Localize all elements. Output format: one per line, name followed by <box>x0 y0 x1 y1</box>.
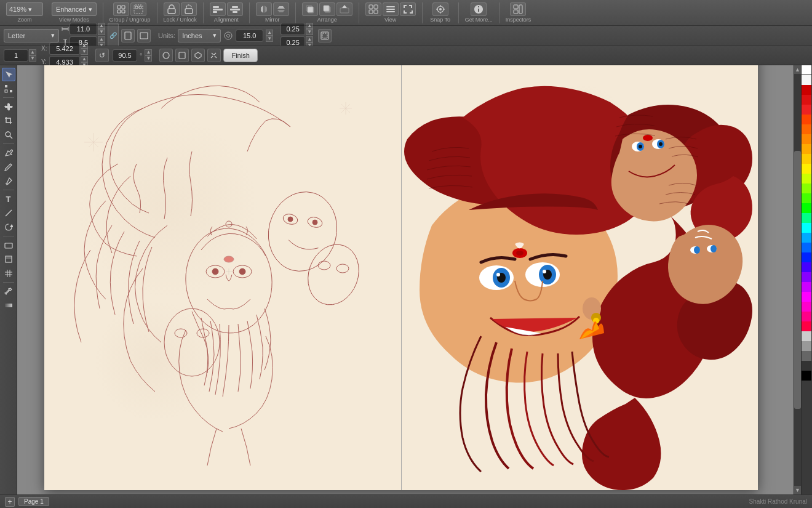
view-options-button[interactable] <box>383 2 399 16</box>
mirror-v-button[interactable] <box>273 2 289 16</box>
color-swatch-indigo[interactable] <box>802 262 811 272</box>
break-node-button[interactable] <box>207 49 221 62</box>
bleed-button[interactable] <box>318 29 332 42</box>
color-swatch-magenta1[interactable] <box>802 292 811 302</box>
select-tool[interactable] <box>2 68 15 81</box>
zoom-select[interactable]: 419% ▾ <box>6 2 43 16</box>
rot-down[interactable]: ▼ <box>145 55 152 62</box>
padding2-up[interactable]: ▲ <box>306 36 313 42</box>
landscape-button[interactable] <box>137 29 151 42</box>
node-count-input[interactable] <box>4 49 28 62</box>
color-swatch-green3[interactable] <box>802 203 811 213</box>
unlock-button[interactable] <box>181 2 197 16</box>
arrange-back-button[interactable] <box>319 2 335 16</box>
color-swatch-gray2[interactable] <box>802 341 811 351</box>
color-swatch-red2[interactable] <box>802 95 811 105</box>
color-swatch-amber[interactable] <box>802 144 811 154</box>
line-tool[interactable] <box>2 206 15 220</box>
canvas-area[interactable]: ▲ ▼ <box>17 65 801 494</box>
snap-button[interactable] <box>432 2 448 16</box>
lock-button[interactable] <box>164 2 180 16</box>
node-tool[interactable] <box>2 82 15 95</box>
corner-node-button[interactable] <box>175 49 189 62</box>
reset-rotation-button[interactable]: ↺ <box>95 49 109 62</box>
units-select[interactable]: Inches ▾ <box>178 29 221 42</box>
dpi-input[interactable] <box>236 30 263 42</box>
color-swatch-gray3[interactable] <box>802 351 811 361</box>
rot-up[interactable]: ▲ <box>145 49 152 55</box>
scroll-down-button[interactable]: ▼ <box>794 486 801 494</box>
scroll-track-vertical[interactable]: ▲ ▼ <box>794 65 801 494</box>
scroll-thumb-vertical[interactable] <box>794 151 801 408</box>
pen-tool[interactable] <box>2 146 15 159</box>
dpi-down[interactable]: ▼ <box>266 36 273 42</box>
finish-button[interactable]: Finish <box>223 49 257 62</box>
gradient-tool[interactable] <box>2 299 15 312</box>
color-swatch-red1[interactable] <box>802 85 811 95</box>
color-swatch-green1[interactable] <box>802 183 811 193</box>
color-swatch-red3[interactable] <box>802 105 811 115</box>
width-input[interactable] <box>70 23 97 35</box>
color-swatch-yellow2[interactable] <box>802 164 811 174</box>
get-more-button[interactable] <box>471 2 487 16</box>
enhanced-btn[interactable]: Enhanced ▾ <box>52 2 97 16</box>
smart-node-button[interactable] <box>191 49 205 62</box>
crop-tool[interactable] <box>2 114 15 127</box>
x-up[interactable]: ▲ <box>81 42 88 49</box>
color-swatch-blue3[interactable] <box>802 252 811 262</box>
grid-tool[interactable] <box>2 267 15 280</box>
zoom-tool[interactable] <box>2 128 15 142</box>
mirror-h-button[interactable] <box>256 2 272 16</box>
transform-tool[interactable] <box>2 100 15 113</box>
align-left-button[interactable] <box>210 2 226 16</box>
width-up[interactable]: ▲ <box>98 23 105 29</box>
smooth-node-button[interactable] <box>159 49 173 62</box>
scroll-up-button[interactable]: ▲ <box>794 65 801 74</box>
page-tab[interactable]: Page 1 <box>18 497 49 506</box>
color-swatch-blue2[interactable] <box>802 243 811 252</box>
eyedropper-tool[interactable] <box>2 284 15 298</box>
pencil-tool[interactable] <box>2 160 15 174</box>
color-swatch-pink1[interactable] <box>802 302 811 312</box>
shape-tool[interactable] <box>2 238 15 252</box>
group-button[interactable] <box>113 2 129 16</box>
color-swatch-white[interactable] <box>802 65 811 75</box>
y-up[interactable]: ▲ <box>81 56 88 62</box>
color-swatch-light[interactable] <box>802 75 811 85</box>
color-swatch-lime[interactable] <box>802 174 811 183</box>
arrange-up-button[interactable] <box>336 2 352 16</box>
color-swatch-orange2[interactable] <box>802 124 811 134</box>
color-swatch-yellow1[interactable] <box>802 154 811 164</box>
text-tool[interactable]: T <box>2 192 15 206</box>
color-swatch-gray1[interactable] <box>802 331 811 341</box>
arrange-front-button[interactable] <box>302 2 318 16</box>
artboard-tool[interactable] <box>2 252 15 266</box>
ungroup-button[interactable] <box>130 2 146 16</box>
rotation-input[interactable] <box>113 49 137 62</box>
width-down[interactable]: ▼ <box>98 29 105 35</box>
height-up[interactable]: ▲ <box>98 36 105 42</box>
paint-tool[interactable] <box>2 220 15 234</box>
padding1-up[interactable]: ▲ <box>306 23 313 29</box>
color-swatch-orange1[interactable] <box>802 115 811 124</box>
color-swatch-gray4[interactable] <box>802 361 811 371</box>
dpi-up[interactable]: ▲ <box>266 30 273 36</box>
padding1-input[interactable] <box>281 23 305 35</box>
color-swatch-pink3[interactable] <box>802 321 811 331</box>
add-page-button[interactable]: + <box>5 497 15 507</box>
color-swatch-blue1[interactable] <box>802 233 811 243</box>
inspectors-button[interactable] <box>510 2 526 16</box>
color-swatch-teal1[interactable] <box>802 213 811 223</box>
shape-type-select[interactable]: Letter ▾ <box>4 29 59 42</box>
node-up[interactable]: ▲ <box>29 49 36 55</box>
node-down[interactable]: ▼ <box>29 55 36 62</box>
color-swatch-green2[interactable] <box>802 193 811 203</box>
color-swatch-purple1[interactable] <box>802 282 811 292</box>
x-coord-input[interactable] <box>49 42 80 55</box>
lock-aspect-button[interactable]: 🔗 <box>108 23 119 49</box>
color-swatch-cyan[interactable] <box>802 223 811 233</box>
color-swatch-pink2[interactable] <box>802 312 811 321</box>
align-center-button[interactable] <box>227 2 243 16</box>
view-full-button[interactable] <box>400 2 416 16</box>
portrait-button[interactable] <box>121 29 135 42</box>
